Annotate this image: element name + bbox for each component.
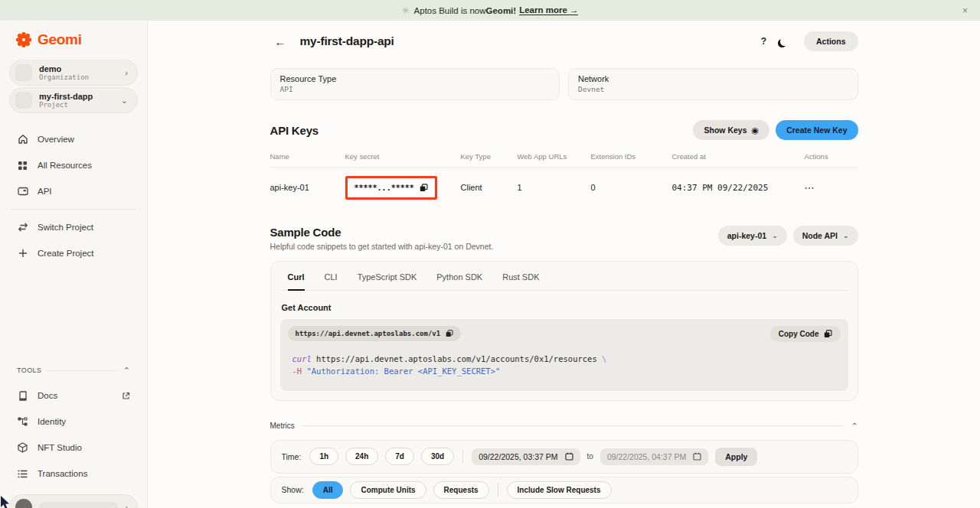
logo-text: Geomi <box>38 31 82 48</box>
range-7d-button[interactable]: 7d <box>385 448 414 465</box>
column-header-extension-ids: Extension IDs <box>591 148 672 168</box>
page-title: my-first-dapp-api <box>300 34 394 48</box>
app-window: ✳ Aptos Build is now Geomi! Learn more →… <box>0 0 980 508</box>
network-label: Network <box>578 74 848 83</box>
chevron-up-icon: ⌃ <box>851 422 858 430</box>
sidebar-item-switch-project[interactable]: Switch Project <box>9 214 138 240</box>
date-to-input[interactable]: 09/22/2025, 04:37 PM <box>600 448 708 465</box>
sample-code-card: Curl CLI TypeScript SDK Python SDK Rust … <box>270 261 858 401</box>
api-select-dropdown[interactable]: Node API ⌄ <box>793 226 858 246</box>
sidebar-item-docs[interactable]: Docs <box>9 383 138 409</box>
tab-rust-sdk[interactable]: Rust SDK <box>502 262 539 291</box>
sidebar-divider <box>11 209 136 210</box>
grid-icon <box>17 161 28 171</box>
apply-button[interactable]: Apply <box>715 448 757 466</box>
column-header-web-app-urls: Web App URLs <box>518 148 591 168</box>
key-secret-value: *****...***** <box>354 184 414 192</box>
copy-code-label: Copy Code <box>779 330 819 338</box>
snippet-title: Get Account <box>282 303 847 312</box>
chevron-right-icon: › <box>125 503 128 508</box>
create-new-key-button[interactable]: Create New Key <box>776 120 858 140</box>
sidebar-item-label: All Resources <box>38 161 92 170</box>
code-language-tabs: Curl CLI TypeScript SDK Python SDK Rust … <box>280 262 848 291</box>
back-arrow-icon[interactable]: ← <box>275 35 286 48</box>
column-header-actions: Actions <box>805 148 858 168</box>
key-select-dropdown[interactable]: api-key-01 ⌄ <box>718 226 787 246</box>
sidebar-item-all-resources[interactable]: All Resources <box>9 152 138 178</box>
org-switcher[interactable]: demo Organization › <box>9 60 138 86</box>
api-card-icon <box>17 187 28 196</box>
tab-curl[interactable]: Curl <box>288 262 305 291</box>
sidebar-item-overview[interactable]: Overview <box>9 126 138 152</box>
book-icon <box>17 391 28 401</box>
key-secret-highlighted[interactable]: *****...***** <box>345 176 437 200</box>
column-header-key-type: Key Type <box>461 148 518 168</box>
dark-mode-moon-icon[interactable] <box>780 37 789 46</box>
key-select-value: api-key-01 <box>727 231 766 240</box>
show-keys-button[interactable]: Show Keys ◉ <box>693 120 769 140</box>
cube-icon <box>17 442 28 453</box>
tab-python-sdk[interactable]: Python SDK <box>436 262 482 291</box>
code-block: https://api.devnet.aptoslabs.com/v1 Copy… <box>280 319 848 391</box>
geomi-logo[interactable]: Geomi <box>15 31 138 49</box>
vertical-divider <box>462 450 463 464</box>
range-1h-button[interactable]: 1h <box>309 448 338 465</box>
show-compute-units-button[interactable]: Compute Units <box>350 481 426 499</box>
api-key-row: api-key-01 *****...***** Client 1 0 04:3… <box>270 168 858 208</box>
api-select-value: Node API <box>802 231 838 240</box>
learn-more-link[interactable]: Learn more → <box>519 5 578 15</box>
project-avatar <box>15 92 32 109</box>
external-link-icon <box>122 392 130 400</box>
tab-typescript-sdk[interactable]: TypeScript SDK <box>358 262 417 291</box>
range-30d-button[interactable]: 30d <box>421 448 454 465</box>
tools-section-header[interactable]: TOOLS ⌃ <box>9 363 138 378</box>
show-requests-button[interactable]: Requests <box>433 481 489 499</box>
copy-code-button[interactable]: Copy Code <box>770 326 841 342</box>
tab-cli[interactable]: CLI <box>325 262 338 291</box>
show-all-button[interactable]: All <box>312 481 344 499</box>
chevron-down-icon: ⌄ <box>772 232 778 239</box>
endpoint-url-pill[interactable]: https://api.devnet.aptoslabs.com/v1 <box>288 326 462 341</box>
sidebar-item-label: Transactions <box>38 469 87 478</box>
sparkle-icon: ✳ <box>402 5 410 16</box>
key-type-cell: Client <box>461 168 518 208</box>
actions-button[interactable]: Actions <box>804 31 858 51</box>
sidebar-item-api[interactable]: API <box>9 178 138 204</box>
org-avatar <box>15 64 32 81</box>
sample-code-title: Sample Code <box>270 226 494 239</box>
sidebar-item-transactions[interactable]: Transactions <box>9 461 138 487</box>
code-snippet: curl https://api.devnet.aptoslabs.com/v1… <box>292 353 841 377</box>
date-from-input[interactable]: 09/22/2025, 03:37 PM <box>472 448 580 465</box>
key-secret-cell: *****...***** <box>345 168 461 208</box>
network-card: Network Devnet <box>568 68 858 100</box>
copy-icon[interactable] <box>446 330 453 337</box>
sidebar-item-label: NFT Studio <box>38 443 82 452</box>
calendar-icon[interactable] <box>565 452 573 461</box>
row-actions-menu-icon[interactable]: ⋯ <box>805 182 815 194</box>
include-slow-requests-toggle[interactable]: Include Slow Requests <box>507 481 612 499</box>
banner-close-icon[interactable]: × <box>962 5 968 16</box>
show-label: Show: <box>282 485 304 494</box>
range-24h-button[interactable]: 24h <box>345 448 378 465</box>
copy-icon <box>824 330 832 338</box>
calendar-icon[interactable] <box>693 452 701 461</box>
help-icon[interactable]: ? <box>761 36 766 47</box>
sidebar-item-identity[interactable]: Identity <box>9 409 138 435</box>
code-continuation: \ <box>602 354 606 363</box>
column-header-created-at: Created at <box>672 148 805 168</box>
sample-code-subtitle: Helpful code snippets to get started wit… <box>270 242 494 251</box>
metrics-section-header[interactable]: Metrics ⌃ <box>270 422 858 430</box>
user-account-pill[interactable]: › <box>9 494 138 508</box>
mouse-cursor <box>0 496 12 508</box>
copy-icon[interactable] <box>420 184 428 192</box>
code-command: curl <box>292 354 312 363</box>
list-icon <box>17 470 28 478</box>
time-filter-card: Time: 1h 24h 7d 30d 09/22/2025, 03:37 PM… <box>270 440 858 474</box>
sidebar-item-label: Switch Project <box>38 223 93 232</box>
network-value: Devnet <box>578 85 848 93</box>
extension-ids-cell: 0 <box>591 168 672 208</box>
resource-type-card: Resource Type API <box>270 68 560 100</box>
sidebar-item-nft-studio[interactable]: NFT Studio <box>9 435 138 461</box>
sidebar-item-create-project[interactable]: Create Project <box>9 240 138 266</box>
project-switcher[interactable]: my-first-dapp Project ⌄ <box>9 87 138 113</box>
